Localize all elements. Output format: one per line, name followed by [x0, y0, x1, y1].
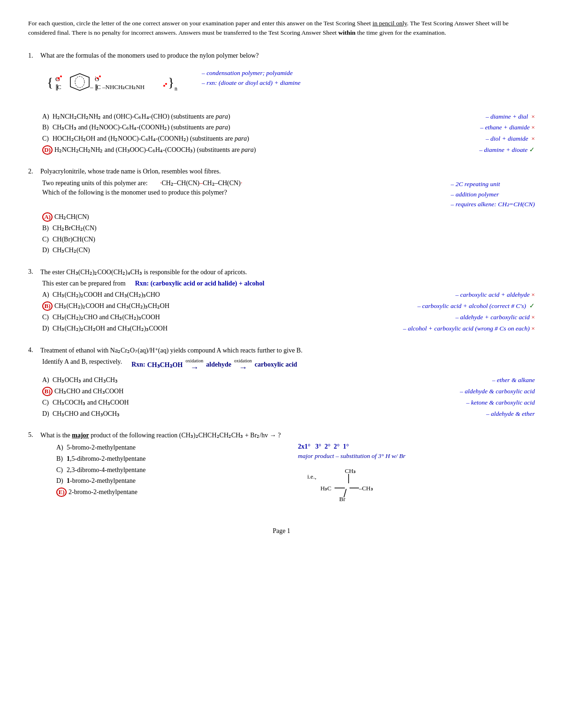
q1-text-c: HOCH₂CH₂OH and (H₂NOOC)-C₆H₄-(COONH₂) (s… [53, 134, 476, 143]
q1-option-b: B) CH₃CH₃ and (H₂NOOC)-C₆H₄-(COONH₂) (su… [42, 123, 535, 132]
q5-number: 5. [28, 431, 38, 439]
q2-polymer-unit: ·CH₂–CH(CN)–CH₂–CH(CN)· [160, 179, 242, 187]
q4-rxn-equation: Rxn: CH₃CH₂OH oxidation → aldehyde oxida… [131, 358, 297, 372]
q1-note-a: – diamine + dial × [486, 113, 535, 121]
q4-text-d: CH₃CHO and CH₃OCH₃ [53, 409, 477, 419]
q1-text: What are the formulas of the monomers us… [40, 52, 535, 60]
svg-point-6 [75, 76, 84, 88]
q3-note-d: – alcohol + carboxylic acid (wrong # Cs … [403, 324, 535, 333]
q1-note-d: – diamine + dioate ✓ [479, 146, 535, 155]
intro-paragraph: For each question, circle the letter of … [28, 19, 535, 38]
q4-text-b: CH₃CHO and CH₃COOH [54, 387, 450, 396]
q3-option-a: A) CH₃(CH₂)₂COOH and CH₃(CH₂)₃CHO – carb… [42, 290, 535, 300]
q2-options: A) CH₂CH(CN) B) CH₂BrCH₂(CN) C) CH(Br)CH… [42, 212, 535, 255]
svg-text:–: – [90, 83, 93, 90]
q5-option-b: B) 1,5-dibromo-2-methylpentane [56, 454, 279, 464]
q4-arrow1-sym: → [190, 363, 198, 372]
q1-option-d: D) H₂NCH₂CH₂NH₂ and (CH₃OOC)-C₆H₄-(COOCH… [42, 145, 535, 155]
svg-text:H₃C: H₃C [320, 485, 331, 492]
q4-rxn-end: carboxylic acid [255, 361, 297, 368]
q4-note-b: – aldehyde & carboxylic acid [460, 387, 535, 396]
q5-text-d: 1-bromo-2-methylpentane [67, 476, 279, 486]
q3-text-d: CH₃(CH₂)₂CH₂OH and CH₃(CH₂)₃COOH [53, 324, 394, 333]
question-5: 5. What is the major product of the foll… [28, 431, 535, 513]
q4-note-c: – ketone & carboxylic acid [466, 398, 535, 407]
question-3: 3. The ester CH₃(CH₂)₂COO(CH₂)₄CH₃ is re… [28, 268, 535, 333]
q4-note-d: – aldehyde & ether [486, 410, 535, 419]
q2-option-d: D) CH₃CH₂(CN) [42, 246, 535, 255]
q4-rxn-start: CH₃CH₂OH [147, 361, 183, 369]
q3-note-a: – carboxylic acid + aldehyde × [456, 291, 535, 300]
page-number: Page 1 [28, 527, 535, 535]
q5-label-d: D) [56, 476, 67, 486]
q2-option-c: C) CH(Br)CH(CN) [42, 235, 535, 244]
svg-point-19 [163, 85, 165, 87]
q3-note-c: – aldehyde + carboxylic acid × [456, 313, 535, 322]
q4-arrow1: oxidation → [186, 358, 204, 372]
q5-annotation-degrees: 2x1° 3° 2° 2° 1° [298, 443, 535, 450]
q2-label-c: C) [42, 235, 53, 244]
q4-option-a: A) CH₃OCH₃ and CH₃CH₃ – ether & alkane [42, 375, 535, 385]
q1-annotation-line2: – rxn: (dioate or dioyl acid) + diamine [202, 78, 300, 88]
q5-annotations-col: 2x1° 3° 2° 2° 1° major product – substit… [298, 443, 535, 513]
q1-label-a: A) [42, 112, 53, 121]
q3-option-b: B) CH₃(CH₂)₂COOH and CH₃(CH₂)₃CH₂OH – ca… [42, 301, 535, 311]
svg-text:n: n [175, 85, 177, 92]
q4-text: Treatment of ethanol with Na₂Cr₂O₇(aq)/H… [40, 346, 535, 354]
q3-text-c: CH₃(CH₂)₂CHO and CH₃(CH₂)₃COOH [53, 313, 446, 322]
q5-options: A) 5-bromo-2-methylpentane B) 1,5-dibrom… [56, 443, 279, 496]
q1-options: A) H₂NCH₂CH₂NH₂ and (OHC)-C₆H₄-(CHO) (su… [42, 112, 535, 155]
q2-annotation3: – requires alkene: CH₂=CH(CN) [451, 199, 535, 210]
q4-option-b: B) CH₃CHO and CH₃COOH – aldehyde & carbo… [42, 387, 535, 396]
q1-text-d: H₂NCH₂CH₂NH₂ and (CH₃OOC)-C₆H₄-(COOCH₃) … [54, 145, 470, 155]
q1-option-c: C) HOCH₂CH₂OH and (H₂NOOC)-C₆H₄-(COONH₂)… [42, 134, 535, 143]
q5-text-e: 2-bromo-2-methylpentane [68, 488, 279, 497]
q3-option-c: C) CH₃(CH₂)₂CHO and CH₃(CH₂)₃COOH – alde… [42, 313, 535, 322]
q3-options: A) CH₃(CH₂)₂COOH and CH₃(CH₂)₃CHO – carb… [42, 290, 535, 333]
q4-sub-text: Identify A and B, respectively. [42, 358, 122, 366]
q2-polymer-line: Two repeating units of this polymer are:… [42, 179, 443, 187]
q3-sub-text: This ester can be prepared from [42, 280, 126, 287]
q4-number: 4. [28, 346, 38, 354]
q1-text-b: CH₃CH₃ and (H₂NOOC)-C₆H₄-(COONH₂) (subst… [53, 123, 471, 132]
q1-option-a: A) H₂NCH₂CH₂NH₂ and (OHC)-C₆H₄-(CHO) (su… [42, 112, 535, 121]
q5-content: A) 5-bromo-2-methylpentane B) 1,5-dibrom… [42, 443, 535, 513]
q2-label-a-circled: A) [42, 212, 53, 222]
svg-text:–CH₃: –CH₃ [358, 485, 373, 492]
q5-annotation-major: major product – substitution of 3° H w/ … [298, 452, 535, 460]
q4-label-d: D) [42, 409, 53, 419]
q1-note-b: – ethane + diamide × [480, 123, 535, 132]
q5-label-e-circled: E) [56, 488, 67, 497]
q5-text-a: 5-bromo-2-methylpentane [67, 443, 279, 452]
svg-point-17 [97, 77, 99, 79]
q4-options: A) CH₃OCH₃ and CH₃CH₃ – ether & alkane B… [42, 375, 535, 419]
q4-label-c: C) [42, 398, 53, 407]
q2-text-b: CH₂BrCH₂(CN) [53, 224, 535, 233]
q4-arrow2-sym: → [239, 363, 247, 372]
q4-option-c: C) CH₃COCH₃ and CH₃COOH – ketone & carbo… [42, 398, 535, 407]
svg-text:–NHCH₂CH₂NH: –NHCH₂CH₂NH [102, 83, 145, 90]
q3-text-a: CH₃(CH₂)₂COOH and CH₃(CH₂)₃CHO [53, 290, 446, 300]
q2-label-d: D) [42, 246, 53, 255]
svg-point-20 [165, 83, 167, 85]
q1-text-a: H₂NCH₂CH₂NH₂ and (OHC)-C₆H₄-(CHO) (subst… [53, 112, 476, 121]
q5-option-c: C) 2,3-dibromo-4-methylpentane [56, 465, 279, 475]
q4-rxn-mid: aldehyde [206, 361, 231, 368]
q4-label-b-circled: B) [42, 387, 53, 396]
svg-text:{: { [47, 75, 53, 90]
q2-text-a: CH₂CH(CN) [54, 212, 535, 222]
svg-text:C: C [57, 83, 61, 90]
q3-option-d: D) CH₃(CH₂)₂CH₂OH and CH₃(CH₂)₃COOH – al… [42, 324, 535, 333]
svg-point-16 [60, 75, 62, 77]
q5-structure-diagram: i.e., CH₃ H₃C Br –CH₃ [307, 465, 535, 513]
q5-option-a: A) 5-bromo-2-methylpentane [56, 443, 279, 452]
svg-point-18 [99, 75, 101, 77]
q1-number: 1. [28, 52, 38, 60]
q2-label-b: B) [42, 224, 53, 233]
svg-text:⁚: ⁚ [95, 75, 97, 81]
q2-number: 2. [28, 168, 38, 175]
svg-text:CH₃: CH₃ [345, 467, 356, 474]
q5-label-b: B) [56, 454, 67, 464]
question-4: 4. Treatment of ethanol with Na₂Cr₂O₇(aq… [28, 346, 535, 419]
svg-text:}: } [168, 75, 174, 90]
